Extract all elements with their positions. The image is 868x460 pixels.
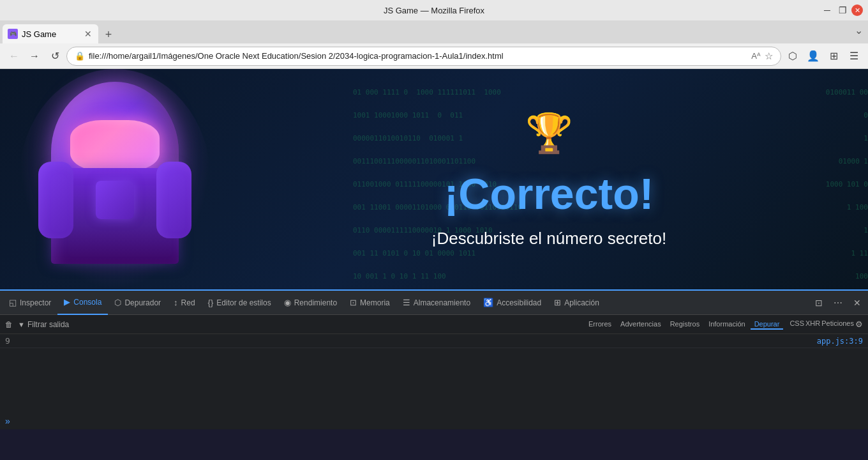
minimize-button[interactable]: ─ [821, 4, 834, 17]
console-prompt-icon: » [5, 416, 10, 426]
style-editor-icon: {} [208, 298, 214, 307]
filter-errors[interactable]: Errores [585, 319, 615, 330]
close-button[interactable]: ✕ [851, 4, 863, 16]
translate-icon[interactable]: Aᴬ [751, 51, 761, 61]
window-controls: ─ ❐ ✕ [821, 4, 863, 17]
correcto-heading: ¡Correcto! [444, 169, 654, 218]
address-icons: Aᴬ ☆ [751, 50, 773, 62]
devtools-tab-memory[interactable]: ⊡ Memoria [343, 291, 396, 315]
browser-tab[interactable]: 🎮 JS Game ✕ [3, 24, 98, 43]
tab-list-button[interactable]: ⌄ [855, 24, 863, 36]
xhr-filter[interactable]: XHR [805, 319, 820, 330]
new-tab-button[interactable]: + [100, 26, 117, 43]
subtitle-text: ¡Descubriste el número secreto! [431, 229, 666, 249]
style-editor-tab-label: Editor de estilos [216, 298, 271, 307]
game-scene: 01 000 1111 0 1000 111111011 1000 1001 1… [0, 69, 868, 289]
accessibility-icon: ♿ [483, 298, 493, 307]
debugger-tab-label: Depurador [124, 298, 161, 307]
network-tab-label: Red [181, 298, 195, 307]
peticiones-filter[interactable]: Peticiones [821, 319, 854, 330]
pocket-button[interactable]: ⬡ [784, 47, 802, 65]
inspector-tab-label: Inspector [20, 298, 51, 307]
devtools-right-controls: ⊡ ⋯ ✕ [811, 295, 865, 311]
trash-icon: 🗑 [5, 320, 13, 329]
devtools-tab-accessibility[interactable]: ♿ Accesibilidad [477, 291, 548, 315]
clear-console-button[interactable]: 🗑 [5, 320, 13, 329]
devtools-tab-network[interactable]: ↕ Red [167, 291, 202, 315]
close-devtools-button[interactable]: ✕ [849, 295, 865, 311]
performance-tab-label: Rendimiento [294, 298, 337, 307]
trophy-icon: 🏆 [525, 111, 573, 156]
devtools-tab-performance[interactable]: ◉ Rendimiento [278, 291, 343, 315]
bookmark-icon[interactable]: ☆ [765, 50, 773, 62]
extensions-button[interactable]: ⊞ [825, 47, 842, 65]
filter-debug[interactable]: Depurar [751, 319, 784, 330]
network-icon: ↕ [174, 298, 178, 307]
tab-close-button[interactable]: ✕ [83, 27, 93, 40]
storage-icon: ☰ [403, 298, 410, 307]
debugger-icon: ⬡ [114, 298, 121, 307]
tab-title: JS Game [22, 29, 79, 39]
console-filter-pills: Errores Advertencias Registros Informaci… [585, 319, 863, 330]
titlebar: JS Game — Mozilla Firefox ─ ❐ ✕ [0, 0, 868, 20]
storage-tab-label: Almacenamiento [414, 298, 470, 307]
css-filter[interactable]: CSS [789, 319, 804, 330]
row-number: 9 [5, 336, 20, 346]
inspector-icon: ◱ [9, 298, 17, 307]
console-input[interactable] [14, 417, 863, 426]
console-output: 9 app.js:3:9 [0, 334, 868, 413]
console-tab-label: Consola [73, 298, 101, 307]
application-icon: ⊞ [554, 298, 561, 307]
dock-button[interactable]: ⊡ [811, 295, 827, 311]
memory-icon: ⊡ [350, 298, 357, 307]
application-tab-label: Aplicación [564, 298, 599, 307]
refresh-button[interactable]: ↺ [46, 47, 64, 65]
url-text: file:///home/argail1/Imágenes/One Oracle… [89, 51, 747, 61]
filter-button[interactable]: ▼ Filtrar salida [18, 320, 69, 329]
filter-logs[interactable]: Registros [666, 319, 703, 330]
browser-content: 01 000 1111 0 1000 111111011 1000 1001 1… [0, 69, 868, 429]
console-toolbar: 🗑 ▼ Filtrar salida Errores Advertencias … [0, 315, 868, 334]
devtools-tab-debugger[interactable]: ⬡ Depurador [108, 291, 167, 315]
console-input-area: » [0, 413, 868, 429]
filter-warnings[interactable]: Advertencias [617, 319, 665, 330]
devtools-tab-style-editor[interactable]: {} Editor de estilos [202, 291, 278, 315]
navbar: ← → ↺ 🔒 file:///home/argail1/Imágenes/On… [0, 43, 868, 69]
forward-button[interactable]: → [26, 47, 43, 65]
devtools-tab-inspector[interactable]: ◱ Inspector [3, 291, 57, 315]
window-title: JS Game — Mozilla Firefox [384, 6, 484, 15]
address-bar[interactable]: 🔒 file:///home/argail1/Imágenes/One Orac… [66, 47, 781, 66]
success-content: 🏆 ¡Correcto! ¡Descubriste el número secr… [230, 98, 868, 261]
restore-button[interactable]: ❐ [836, 4, 849, 17]
robot-figure-area [0, 69, 230, 289]
back-button[interactable]: ← [5, 47, 23, 65]
console-row: 9 app.js:3:9 [0, 334, 868, 348]
performance-icon: ◉ [284, 298, 291, 307]
menu-button[interactable]: ☰ [845, 47, 863, 65]
devtools-tab-console[interactable]: ▶ Consola [57, 291, 108, 315]
more-options-button[interactable]: ⋯ [830, 295, 846, 311]
profile-button[interactable]: 👤 [804, 47, 822, 65]
accessibility-tab-label: Accesibilidad [497, 298, 541, 307]
console-icon: ▶ [64, 297, 70, 307]
devtools-tab-application[interactable]: ⊞ Aplicación [548, 291, 606, 315]
devtools-tab-bar: ◱ Inspector ▶ Consola ⬡ Depurador ↕ Red … [0, 291, 868, 315]
console-settings-button[interactable]: ⚙ [855, 319, 863, 330]
memory-tab-label: Memoria [360, 298, 390, 307]
devtools-tab-storage[interactable]: ☰ Almacenamiento [396, 291, 477, 315]
row-source[interactable]: app.js:3:9 [817, 337, 863, 346]
filter-icon: ▼ [18, 321, 25, 328]
tabbar: 🎮 JS Game ✕ + ⌄ [0, 20, 868, 43]
filter-label: Filtrar salida [27, 320, 69, 329]
nav-right-buttons: ⬡ 👤 ⊞ ☰ [784, 47, 863, 65]
filter-info[interactable]: Información [705, 319, 749, 330]
devtools-panel: ◱ Inspector ▶ Consola ⬡ Depurador ↕ Red … [0, 289, 868, 429]
tab-favicon: 🎮 [8, 29, 18, 39]
